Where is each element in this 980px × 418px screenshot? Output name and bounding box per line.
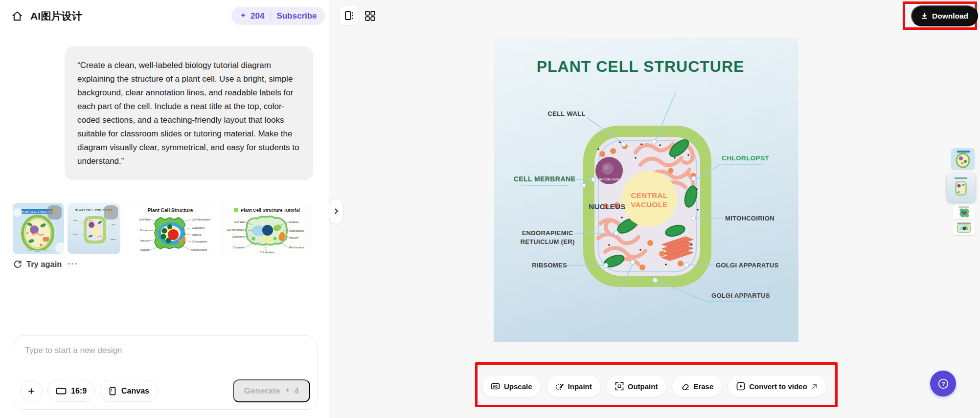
badge-divider xyxy=(270,12,271,21)
svg-text:Mitochondria: Mitochondria xyxy=(289,246,304,249)
download-icon xyxy=(921,12,928,20)
er-label: ENDORAPIEMIC xyxy=(522,229,573,237)
history-thumbnail-4[interactable] xyxy=(953,221,975,235)
svg-text:Chloroplasts: Chloroplasts xyxy=(289,229,304,232)
svg-text:Plant Cell Structure Tutorial: Plant Cell Structure Tutorial xyxy=(241,208,300,213)
credits-count: 204 xyxy=(251,11,264,21)
image-actions-toolbar: HD Upscale Inpaint Outpaint Erase Conver… xyxy=(482,375,826,397)
chloroplast-label: CHLORLOPST xyxy=(722,154,769,162)
svg-text:Cytoplasm: Cytoplasm xyxy=(232,235,245,238)
prompt-card: “Create a clean, well-labeled biology tu… xyxy=(65,46,313,180)
history-thumbnail-2-active[interactable] xyxy=(947,174,975,202)
central-vacuole-label: CENTRAL xyxy=(631,191,667,199)
grid-view-button[interactable] xyxy=(364,10,376,22)
inpaint-button[interactable]: Inpaint xyxy=(547,375,601,397)
chevron-right-icon xyxy=(333,208,340,215)
download-button[interactable]: Download xyxy=(911,5,978,26)
result-thumbnail-2[interactable]: PLANT CELL STRUCTURE xyxy=(68,203,120,254)
refresh-icon xyxy=(13,260,22,269)
svg-text:Vacuole: Vacuole xyxy=(289,236,298,239)
convert-to-video-label: Convert to video xyxy=(749,382,807,391)
svg-text:Chloroplasts: Chloroplasts xyxy=(192,240,207,243)
prompt-composer: + 16:9 Canvas Generate 4 xyxy=(13,335,318,410)
svg-text:Cytoplasm: Cytoplasm xyxy=(233,246,246,249)
svg-text:Cell Membrane: Cell Membrane xyxy=(192,218,210,221)
home-icon xyxy=(11,10,23,22)
canvas-icon xyxy=(108,387,117,396)
eraser-icon xyxy=(681,382,689,391)
result-thumbnails: PLANT CELL STRUCTURE PLANT CELL xyxy=(13,203,312,254)
erase-label: Erase xyxy=(693,382,713,391)
history-thumbnail-3[interactable] xyxy=(953,205,975,219)
outpaint-expand-icon xyxy=(615,382,624,391)
inpaint-label: Inpaint xyxy=(568,382,592,391)
generated-image[interactable]: PLANT CELL STRUCTURE xyxy=(494,38,798,342)
result-thumbnail-1[interactable]: PLANT CELL STRUCTURE xyxy=(13,203,64,254)
sparkle-icon xyxy=(239,12,247,20)
subscribe-link[interactable]: Subscribe xyxy=(276,11,317,21)
inpaint-brush-icon xyxy=(555,382,564,391)
add-attachment-button[interactable]: + xyxy=(20,380,43,402)
diagram-title: PLANT CELL STRUCTURE xyxy=(537,58,745,75)
aspect-ratio-label: 16:9 xyxy=(71,387,87,396)
svg-text:Cell Wall: Cell Wall xyxy=(234,220,245,223)
mitochondrion-label: MITOHCOIRION xyxy=(725,215,775,222)
credits-badge[interactable]: 204 Subscribe xyxy=(231,7,325,25)
thumbnail-4-art: Plant Cell Structure Tutorial Cell Wall xyxy=(220,203,312,254)
more-options-button[interactable]: ... xyxy=(68,256,78,267)
home-button[interactable] xyxy=(10,9,24,23)
svg-text:Nucleus: Nucleus xyxy=(289,220,299,223)
single-view-toggle-button[interactable] xyxy=(340,6,359,25)
nucleolus-label: NUCCOLOUS xyxy=(599,178,619,181)
history-thumb-2-art xyxy=(947,174,975,202)
nucleus-label: NUCLEUS xyxy=(589,202,625,211)
grid-view-icon xyxy=(365,11,375,21)
svg-text:Cell Membrane: Cell Membrane xyxy=(227,228,245,231)
left-panel: AI图片设计 204 Subscribe “Create a clean, we… xyxy=(0,0,329,418)
er-label: RETUICLUM (ER) xyxy=(520,238,574,245)
golgi-apparatus-label: GOLGI APPARATUS xyxy=(716,262,779,269)
svg-text:Cell Wall: Cell Wall xyxy=(139,218,150,221)
outpaint-button[interactable]: Outpaint xyxy=(606,375,667,397)
composer-toolbar: + 16:9 Canvas Generate 4 xyxy=(20,379,310,402)
svg-text:Chloroplasts: Chloroplasts xyxy=(260,251,274,254)
premium-badge-icon xyxy=(104,205,118,220)
help-button[interactable]: ? xyxy=(930,371,956,396)
premium-badge-icon xyxy=(47,205,62,220)
svg-text:Cytoplasm: Cytoplasm xyxy=(192,226,205,229)
svg-text:HD: HD xyxy=(493,385,498,388)
cell-membrane-label: CELL MERBRANE xyxy=(514,175,575,183)
cell-wall-label: CELL WALL xyxy=(547,110,586,117)
try-again-button[interactable]: Try again xyxy=(13,260,62,269)
svg-text:Vacuole: Vacuole xyxy=(140,239,150,242)
aspect-ratio-button[interactable]: 16:9 xyxy=(47,380,95,402)
upscale-label: Upscale xyxy=(504,382,532,391)
new-design-input[interactable] xyxy=(25,346,306,355)
central-vacuole-label: VACUOLE xyxy=(631,200,668,209)
sparkle-icon xyxy=(284,387,291,395)
upscale-hd-icon: HD xyxy=(491,382,500,391)
history-thumb-1-art xyxy=(951,148,975,170)
erase-button[interactable]: Erase xyxy=(672,375,722,397)
generate-button[interactable]: Generate 4 xyxy=(233,379,310,402)
plant-cell-diagram: PLANT CELL STRUCTURE xyxy=(494,38,798,342)
prompt-text: “Create a clean, well-labeled biology tu… xyxy=(77,59,300,168)
question-circle-icon: ? xyxy=(937,377,950,390)
panel-view-icon xyxy=(344,10,355,21)
canvas-label: Canvas xyxy=(121,387,149,396)
collapse-panel-button[interactable] xyxy=(329,198,343,224)
svg-text:?: ? xyxy=(941,381,945,387)
history-thumbnail-1[interactable] xyxy=(951,148,975,170)
result-thumbnail-3[interactable]: Plant Cell Structure Cell Wall Nucleus xyxy=(124,203,216,254)
upscale-button[interactable]: HD Upscale xyxy=(482,375,541,397)
generate-label: Generate xyxy=(244,386,280,396)
video-play-icon xyxy=(736,382,745,391)
try-again-label: Try again xyxy=(26,260,62,269)
plus-icon: + xyxy=(28,384,35,398)
canvas-button[interactable]: Canvas xyxy=(100,380,158,402)
svg-text:Plant Cell Structure: Plant Cell Structure xyxy=(148,208,193,213)
svg-text:Nucleus: Nucleus xyxy=(140,229,150,232)
convert-to-video-button[interactable]: Convert to video xyxy=(728,375,826,397)
result-thumbnail-4[interactable]: Plant Cell Structure Tutorial Cell Wall xyxy=(220,203,312,254)
generate-cost: 4 xyxy=(295,386,299,396)
